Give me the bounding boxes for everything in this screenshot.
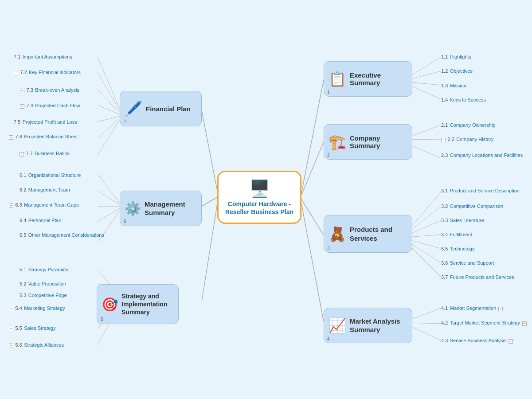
sub-2-1: 2.1 Company Ownership	[441, 121, 495, 129]
expand-2-2[interactable]: −	[441, 138, 446, 142]
expand-7-4[interactable]: +	[20, 104, 24, 109]
central-icon: 🖥️	[249, 179, 270, 198]
sub-3-6: 3.6 Service and Support	[441, 258, 494, 266]
expand-7-3[interactable]: +	[20, 89, 24, 93]
sub-6-4: 6.4 Personnel Plan	[20, 216, 61, 224]
sub-7-5: 7.5 Projected Profit and Loss	[14, 117, 77, 125]
svg-line-30	[98, 120, 120, 155]
products-icon: 🧸	[329, 226, 346, 243]
svg-line-12	[408, 139, 441, 140]
expand-4-3[interactable]: +	[509, 339, 513, 344]
sub-3-5: 3.5 Technology	[441, 244, 474, 252]
node-market-analysis[interactable]: 📈 Market Analysis Summary 4	[324, 308, 412, 343]
sub-3-7: 3.7 Future Products and Services	[441, 273, 514, 281]
svg-line-10	[408, 84, 441, 99]
sub-7-2: − 7.2 Key Financial Indicators	[14, 68, 81, 76]
node-company-summary[interactable]: 🏗️ Company Summary 2	[324, 124, 412, 160]
sub-4-3: 4.3 Service Business Analysis +	[441, 336, 513, 344]
node-products-services[interactable]: 🧸 Products and Services 3	[324, 215, 412, 253]
svg-line-23	[408, 325, 441, 340]
exec-icon: 📋	[329, 70, 346, 87]
central-node[interactable]: 🖥️ Computer Hardware - Reseller Business…	[217, 171, 301, 224]
management-icon: ⚙️	[125, 201, 141, 216]
sub-1-3: 1.3 Mission	[441, 81, 466, 89]
svg-line-17	[408, 235, 441, 237]
svg-line-2	[301, 200, 324, 235]
svg-line-28	[98, 116, 120, 122]
svg-line-32	[98, 191, 120, 205]
sub-2-2: − 2.2 Company History	[441, 135, 494, 143]
sub-3-4: 3.4 Fulfillment	[441, 230, 472, 238]
node-strategy[interactable]: 🎯 Strategy and Implementation Summary 5	[97, 284, 179, 324]
svg-line-8	[408, 71, 441, 80]
financial-num: 7	[124, 119, 126, 124]
svg-line-4	[202, 111, 217, 191]
svg-line-16	[408, 220, 441, 235]
expand-5-6[interactable]: +	[9, 344, 13, 348]
svg-line-24	[98, 57, 120, 109]
svg-line-27	[98, 105, 120, 114]
exec-label: Executive Summary	[350, 71, 407, 86]
svg-line-3	[301, 204, 324, 321]
node-executive-summary[interactable]: 📋 Executive Summary 1	[324, 61, 412, 97]
company-label: Company Summary	[350, 134, 407, 149]
node-financial-plan[interactable]: 🖊️ Financial Plan 7	[120, 91, 202, 126]
expand-7-2[interactable]: −	[14, 71, 18, 75]
sub-6-2: 6.2 Management Team	[20, 185, 70, 193]
svg-line-34	[98, 208, 120, 222]
svg-line-22	[408, 323, 441, 324]
svg-line-11	[408, 125, 441, 137]
sub-5-2: 5.2 Value Proposition	[20, 279, 66, 287]
market-icon: 📈	[329, 317, 346, 334]
strategy-label: Strategy and Implementation Summary	[121, 292, 174, 317]
svg-line-29	[98, 118, 120, 138]
strategy-num: 5	[101, 317, 103, 322]
sub-6-1: 6.1 Organizational Structure	[20, 171, 81, 179]
svg-line-26	[98, 90, 120, 113]
sub-1-1: 1.1 Highlights	[441, 52, 471, 60]
expand-7-7[interactable]: +	[20, 152, 24, 156]
sub-1-4: 1.4 Keys to Success	[441, 95, 486, 103]
expand-7-6[interactable]: +	[9, 135, 13, 140]
central-label: Computer Hardware - Reseller Business Pl…	[225, 200, 293, 216]
sub-3-2: 3.2 Competitive Comparison	[441, 202, 503, 210]
expand-5-5[interactable]: +	[9, 327, 13, 331]
svg-line-9	[408, 82, 441, 85]
svg-line-15	[408, 206, 441, 233]
expand-4-2[interactable]: +	[522, 321, 527, 326]
svg-line-13	[408, 144, 441, 158]
svg-line-19	[408, 242, 441, 263]
expand-6-3[interactable]: +	[9, 203, 13, 208]
sub-4-1: 4.1 Market Segmentation +	[441, 304, 503, 312]
management-num: 6	[124, 219, 126, 224]
market-label: Market Analysis Summary	[350, 317, 407, 334]
exec-num: 1	[327, 90, 330, 95]
sub-5-1: 5.1 Strategy Pyramids	[20, 265, 68, 273]
sub-7-4: + 7.4 Projected Cash Flow	[14, 101, 80, 109]
svg-line-31	[98, 174, 120, 203]
company-num: 2	[327, 153, 330, 158]
products-num: 3	[327, 246, 330, 251]
sub-5-4: + 5.4 Marketing Strategy	[9, 304, 65, 312]
company-icon: 🏗️	[329, 133, 346, 150]
sub-5-3: 5.3 Competitive Edge	[20, 291, 67, 299]
sub-7-1: 7.1 Important Assumptions	[14, 52, 72, 60]
sub-7-7: + 7.7 Business Ratios	[20, 149, 70, 157]
sub-7-6: + 7.6 Projected Balance Sheet	[9, 132, 78, 140]
expand-5-4[interactable]: +	[9, 307, 13, 311]
sub-1-2: 1.2 Objectives	[441, 66, 473, 74]
svg-line-5	[202, 197, 217, 206]
products-label: Products and Services	[350, 225, 407, 243]
sub-2-3: 2.3 Company Locations and Facilities	[441, 151, 523, 159]
svg-line-25	[98, 72, 120, 111]
sub-3-3: 3.3 Sales Literature	[441, 216, 484, 224]
node-management-summary[interactable]: ⚙️ Management Summary 6	[120, 191, 202, 226]
sub-7-3: + 7.3 Break-even Analysis	[14, 86, 79, 94]
sub-4-2: 4.2 Target Market Segment Strategy +	[441, 318, 527, 326]
expand-4-1[interactable]: +	[498, 307, 503, 311]
sub-5-6: + 5.6 Strategic Alliances	[9, 340, 64, 348]
svg-line-1	[301, 142, 324, 195]
management-label: Management Summary	[145, 200, 197, 217]
strategy-icon: 🎯	[102, 297, 118, 312]
svg-line-6	[202, 204, 217, 301]
